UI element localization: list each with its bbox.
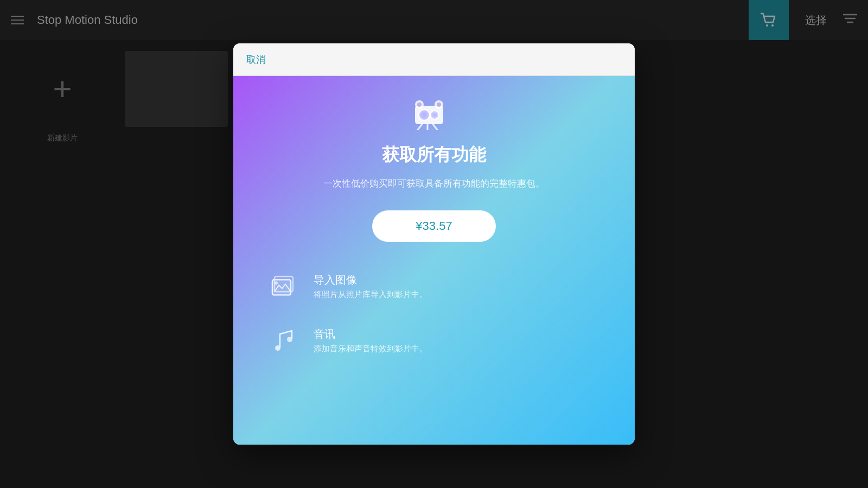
feature-audio: 音讯 添加音乐和声音特效到影片中。 xyxy=(266,323,602,358)
import-images-icon-wrap xyxy=(266,269,301,304)
svg-line-16 xyxy=(433,124,438,130)
purchase-modal: 取消 xyxy=(233,43,635,445)
camera-icon-wrap xyxy=(412,98,456,132)
feature-import-images-text: 导入图像 将照片从照片库导入到影片中。 xyxy=(314,273,427,300)
features-list: 导入图像 将照片从照片库导入到影片中。 xyxy=(266,269,602,358)
overlay-backdrop: 取消 xyxy=(0,0,868,488)
modal-subtitle: 一次性低价购买即可获取具备所有功能的完整特惠包。 xyxy=(323,177,545,191)
feature-audio-desc: 添加音乐和声音特效到影片中。 xyxy=(314,344,427,354)
music-note-icon xyxy=(269,326,297,355)
modal-header: 取消 xyxy=(233,43,635,76)
cancel-button[interactable]: 取消 xyxy=(246,53,266,66)
svg-point-21 xyxy=(287,337,292,342)
import-images-icon xyxy=(269,272,297,300)
price-button[interactable]: ¥33.57 xyxy=(372,210,495,242)
svg-point-13 xyxy=(437,102,441,107)
svg-point-20 xyxy=(275,345,280,351)
feature-import-images-desc: 将照片从照片库导入到影片中。 xyxy=(314,290,427,300)
movie-camera-icon xyxy=(412,98,456,130)
feature-import-images-name: 导入图像 xyxy=(314,273,427,287)
audio-icon-wrap xyxy=(266,323,301,358)
feature-import-images: 导入图像 将照片从照片库导入到影片中。 xyxy=(266,269,602,304)
svg-point-7 xyxy=(422,112,427,118)
svg-point-11 xyxy=(417,102,422,107)
svg-point-9 xyxy=(432,113,437,117)
svg-line-14 xyxy=(417,124,422,130)
modal-title: 获取所有功能 xyxy=(382,143,486,167)
modal-body: 获取所有功能 一次性低价购买即可获取具备所有功能的完整特惠包。 ¥33.57 xyxy=(233,76,635,445)
feature-audio-text: 音讯 添加音乐和声音特效到影片中。 xyxy=(314,327,427,354)
svg-point-19 xyxy=(275,281,278,285)
feature-audio-name: 音讯 xyxy=(314,327,427,342)
